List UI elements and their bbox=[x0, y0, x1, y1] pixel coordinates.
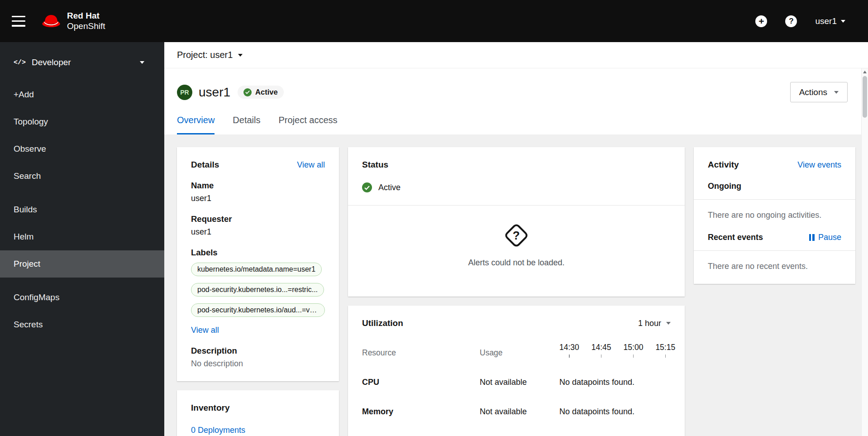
redhat-fedora-icon bbox=[41, 14, 62, 29]
time-tick: 15:15 bbox=[655, 343, 675, 358]
scrollbar-thumb[interactable] bbox=[863, 76, 867, 118]
main-area: Project: user1 PR user1 Active Actions bbox=[164, 42, 868, 436]
chevron-down-icon bbox=[666, 322, 671, 325]
sidebar-item-add[interactable]: +Add bbox=[0, 81, 164, 108]
resource-usage: Not available bbox=[480, 378, 559, 387]
utilization-table-header: Resource Usage 14:30 14:45 15:00 15:15 bbox=[362, 343, 671, 358]
pause-button[interactable]: Pause bbox=[809, 233, 841, 242]
utilization-row-memory: Memory Not available No datapoints found… bbox=[362, 407, 671, 417]
content-scroll-area: PR user1 Active Actions Overview bbox=[164, 68, 868, 436]
status-card: Status Active ? bbox=[348, 147, 685, 297]
view-events-link[interactable]: View events bbox=[797, 160, 841, 170]
perspective-label: Developer bbox=[32, 57, 71, 67]
details-card-header: Details View all bbox=[191, 160, 325, 170]
user-menu-label: user1 bbox=[815, 16, 837, 26]
code-icon: </> bbox=[14, 59, 26, 67]
tick-mark bbox=[665, 355, 666, 358]
title-row: PR user1 Active Actions bbox=[177, 82, 848, 102]
labels-view-all-link[interactable]: View all bbox=[191, 326, 219, 335]
tab-project-access[interactable]: Project access bbox=[279, 115, 338, 134]
recent-events-row: Recent events Pause bbox=[708, 233, 841, 242]
sidebar-item-configmaps[interactable]: ConfigMaps bbox=[0, 284, 164, 311]
time-axis: 14:30 14:45 15:00 15:15 bbox=[559, 343, 675, 358]
name-field-value: user1 bbox=[191, 194, 325, 203]
resource-name: Memory bbox=[362, 407, 480, 417]
details-view-all-link[interactable]: View all bbox=[297, 160, 325, 170]
time-tick-label: 14:30 bbox=[559, 343, 579, 352]
utilization-row-cpu: CPU Not available No datapoints found. bbox=[362, 378, 671, 387]
nav-group: +Add Topology Observe Search bbox=[0, 81, 164, 190]
resource-usage: Not available bbox=[480, 407, 559, 417]
duration-dropdown-value: 1 hour bbox=[638, 319, 661, 328]
sidebar-item-observe[interactable]: Observe bbox=[0, 135, 164, 163]
page-title: user1 bbox=[199, 85, 230, 100]
tick-mark bbox=[569, 355, 570, 358]
label-badge[interactable]: pod-security.kubernetes.io/aud...=v1.... bbox=[191, 303, 325, 317]
ongoing-empty-message: There are no ongoing activities. bbox=[708, 211, 841, 220]
recent-events-label: Recent events bbox=[708, 233, 763, 242]
label-badge[interactable]: pod-security.kubernetes.io...=restric... bbox=[191, 283, 324, 297]
status-card-title: Status bbox=[362, 160, 388, 170]
brand-logo: Red Hat OpenShift bbox=[41, 11, 105, 31]
details-card-title: Details bbox=[191, 160, 219, 170]
question-glyph: ? bbox=[513, 228, 520, 242]
divider bbox=[694, 250, 855, 251]
sidebar-item-secrets[interactable]: Secrets bbox=[0, 311, 164, 338]
status-active-row: Active bbox=[362, 182, 671, 192]
deployments-link[interactable]: 0 Deployments bbox=[191, 426, 245, 435]
actions-button-label: Actions bbox=[799, 87, 827, 97]
requester-field-value: user1 bbox=[191, 227, 325, 237]
status-badge-label: Active bbox=[255, 88, 278, 96]
actions-button[interactable]: Actions bbox=[790, 82, 848, 102]
label-badge[interactable]: kubernetes.io/metadata.name=user1 bbox=[191, 263, 322, 276]
nav-group: Builds Helm Project bbox=[0, 196, 164, 278]
time-tick: 14:30 bbox=[559, 343, 579, 358]
hamburger-bar bbox=[12, 25, 25, 27]
utilization-card-title: Utilization bbox=[362, 318, 403, 328]
vertical-scrollbar[interactable] bbox=[861, 68, 868, 436]
ongoing-section-label: Ongoing bbox=[708, 182, 841, 191]
sidebar-item-project[interactable]: Project bbox=[0, 250, 164, 278]
name-field-label: Name bbox=[191, 181, 325, 191]
activity-card: Activity View events Ongoing There are n… bbox=[694, 147, 855, 284]
check-circle-icon bbox=[362, 182, 372, 192]
check-circle-icon bbox=[243, 88, 252, 96]
inventory-card-title: Inventory bbox=[191, 403, 230, 413]
perspective-switcher[interactable]: </> Developer bbox=[0, 47, 164, 78]
tab-overview[interactable]: Overview bbox=[177, 115, 215, 134]
details-card: Details View all Name user1 Requester us… bbox=[177, 147, 339, 381]
project-selector-label[interactable]: Project: user1 bbox=[177, 50, 233, 60]
sidebar-item-helm[interactable]: Helm bbox=[0, 223, 164, 250]
time-tick-label: 15:00 bbox=[624, 343, 644, 352]
labels-list: kubernetes.io/metadata.name=user1 pod-se… bbox=[191, 258, 325, 319]
masthead: Red Hat OpenShift + ? user1 bbox=[0, 0, 868, 42]
duration-dropdown[interactable]: 1 hour bbox=[638, 319, 671, 328]
resource-name: CPU bbox=[362, 378, 480, 387]
user-menu[interactable]: user1 bbox=[815, 16, 845, 26]
scroll-up-arrow-icon[interactable] bbox=[863, 71, 867, 73]
nav-group: ConfigMaps Secrets bbox=[0, 284, 164, 338]
plus-glyph: + bbox=[758, 16, 764, 26]
hamburger-bar bbox=[12, 16, 25, 18]
status-badge: Active bbox=[238, 86, 284, 99]
tab-details[interactable]: Details bbox=[233, 115, 260, 134]
add-icon[interactable]: + bbox=[755, 15, 767, 27]
activity-card-title: Activity bbox=[708, 160, 739, 170]
pause-button-label: Pause bbox=[818, 233, 841, 242]
chevron-down-icon bbox=[140, 61, 144, 64]
divider bbox=[694, 199, 855, 200]
status-active-label: Active bbox=[378, 183, 401, 192]
sidebar-item-topology[interactable]: Topology bbox=[0, 108, 164, 135]
labels-field-label: Labels bbox=[191, 248, 325, 258]
usage-column-header: Usage bbox=[480, 348, 559, 358]
nav-toggle-button[interactable] bbox=[12, 14, 27, 28]
question-glyph: ? bbox=[789, 17, 793, 25]
help-icon[interactable]: ? bbox=[785, 15, 797, 27]
chevron-down-icon[interactable] bbox=[238, 54, 243, 57]
sidebar-item-search[interactable]: Search bbox=[0, 163, 164, 190]
time-tick: 15:00 bbox=[624, 343, 644, 358]
time-tick: 14:45 bbox=[591, 343, 611, 358]
brand-line2: OpenShift bbox=[67, 21, 105, 31]
resource-datapoints: No datapoints found. bbox=[559, 378, 671, 387]
sidebar-item-builds[interactable]: Builds bbox=[0, 196, 164, 223]
